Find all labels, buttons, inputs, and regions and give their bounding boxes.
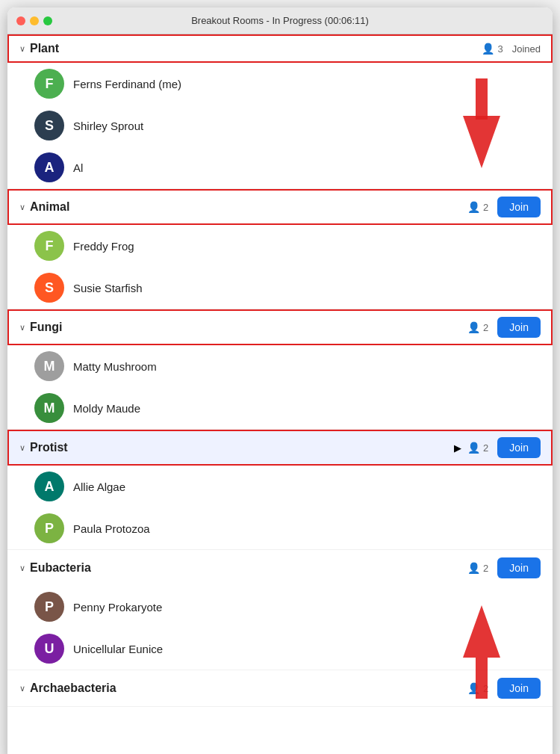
participant-row: AAllie Algae xyxy=(7,466,553,507)
join-button-animal[interactable]: Join xyxy=(497,197,541,217)
room-name-fungi: Fungi xyxy=(30,321,467,334)
avatar: M xyxy=(34,351,64,381)
avatar: A xyxy=(34,472,64,501)
room-group-eubacteria: ∨Eubacteria👤2JoinPPenny ProkaryoteUUnice… xyxy=(7,550,553,670)
traffic-lights xyxy=(16,16,52,25)
maximize-button[interactable] xyxy=(43,16,52,25)
avatar: M xyxy=(34,393,64,423)
join-button-protist[interactable]: Join xyxy=(497,437,541,458)
chevron-icon: ∨ xyxy=(19,684,25,693)
participant-row: UUnicellular Eunice xyxy=(7,628,553,670)
minimize-button[interactable] xyxy=(30,16,39,25)
avatar: P xyxy=(34,513,64,543)
room-group-archaebacteria: ∨Archaebacteria👤2Join xyxy=(7,670,553,707)
participant-row: PPaula Protozoa xyxy=(7,507,553,549)
participant-name: Paula Protozoa xyxy=(73,522,150,535)
room-group-plant: ∨Plant👤3JoinedFFerns Ferdinand (me)SShir… xyxy=(7,34,553,189)
room-name-archaebacteria: Archaebacteria xyxy=(30,682,467,695)
participant-name: Shirley Sprout xyxy=(73,120,143,132)
participant-row: SSusie Starfish xyxy=(7,267,553,309)
count-number: 2 xyxy=(483,202,488,213)
participant-name: Allie Algae xyxy=(73,480,125,493)
count-number: 2 xyxy=(483,442,488,454)
joined-label: Joined xyxy=(512,43,541,55)
participant-row: MMatty Mushroom xyxy=(7,345,553,387)
room-name-protist: Protist xyxy=(30,441,454,454)
participant-count-eubacteria: 👤2 xyxy=(467,562,488,574)
join-button-archaebacteria[interactable]: Join xyxy=(497,678,541,699)
title-bar: Breakout Rooms - In Progress (00:06:11) xyxy=(7,7,553,34)
person-icon: 👤 xyxy=(467,442,480,454)
person-icon: 👤 xyxy=(482,43,494,55)
participant-row: FFerns Ferdinand (me) xyxy=(7,63,553,105)
avatar: U xyxy=(34,634,64,664)
count-number: 2 xyxy=(483,683,488,694)
participant-name: Susie Starfish xyxy=(73,282,143,294)
participant-count-animal: 👤2 xyxy=(467,201,488,213)
room-name-animal: Animal xyxy=(30,200,467,214)
participant-count-archaebacteria: 👤2 xyxy=(467,682,488,694)
room-group-animal: ∨Animal👤2JoinFFreddy FrogSSusie Starfish xyxy=(7,189,553,309)
avatar: S xyxy=(34,111,64,140)
participant-name: Unicellular Eunice xyxy=(73,643,163,655)
count-number: 3 xyxy=(497,43,503,55)
count-number: 2 xyxy=(483,322,488,333)
person-icon: 👤 xyxy=(467,682,480,694)
chevron-icon: ∨ xyxy=(19,323,25,333)
avatar: F xyxy=(34,231,64,261)
person-icon: 👤 xyxy=(467,562,480,574)
chevron-icon: ∨ xyxy=(19,203,25,212)
person-icon: 👤 xyxy=(467,201,480,213)
room-header-fungi[interactable]: ∨Fungi👤2Join xyxy=(7,309,553,345)
mouse-cursor: ▶ xyxy=(454,442,461,454)
participant-row: SShirley Sprout xyxy=(7,105,553,146)
participant-row: MMoldy Maude xyxy=(7,387,553,429)
join-button-fungi[interactable]: Join xyxy=(497,317,541,338)
room-header-archaebacteria[interactable]: ∨Archaebacteria👤2Join xyxy=(7,670,553,706)
room-group-protist: ∨Protist▶👤2JoinAAllie AlgaePPaula Protoz… xyxy=(7,430,553,550)
breakout-rooms-window: Breakout Rooms - In Progress (00:06:11) … xyxy=(7,7,553,754)
avatar: A xyxy=(34,152,64,182)
participant-name: Penny Prokaryote xyxy=(73,601,162,614)
participant-count-plant: 👤3 xyxy=(482,43,503,55)
rooms-list: ∨Plant👤3JoinedFFerns Ferdinand (me)SShir… xyxy=(7,34,553,707)
participant-name: Al xyxy=(73,161,83,174)
room-header-plant[interactable]: ∨Plant👤3Joined xyxy=(7,34,553,63)
person-icon: 👤 xyxy=(467,321,480,333)
participant-count-protist: 👤2 xyxy=(467,442,488,454)
participant-name: Ferns Ferdinand (me) xyxy=(73,78,181,90)
chevron-icon: ∨ xyxy=(19,44,25,54)
participant-name: Matty Mushroom xyxy=(73,360,157,373)
room-header-eubacteria[interactable]: ∨Eubacteria👤2Join xyxy=(7,550,553,586)
count-number: 2 xyxy=(483,563,488,574)
room-header-protist[interactable]: ∨Protist▶👤2Join xyxy=(7,430,553,466)
participant-name: Moldy Maude xyxy=(73,402,140,415)
avatar: F xyxy=(34,69,64,99)
avatar: P xyxy=(34,592,64,622)
room-name-eubacteria: Eubacteria xyxy=(30,561,467,575)
room-group-fungi: ∨Fungi👤2JoinMMatty MushroomMMoldy Maude xyxy=(7,309,553,430)
participant-row: FFreddy Frog xyxy=(7,225,553,267)
chevron-icon: ∨ xyxy=(19,443,25,453)
room-header-animal[interactable]: ∨Animal👤2Join xyxy=(7,189,553,225)
room-name-plant: Plant xyxy=(30,42,482,55)
avatar: S xyxy=(34,273,64,303)
participant-row: AAl xyxy=(7,146,553,188)
participant-count-fungi: 👤2 xyxy=(467,321,488,333)
chevron-icon: ∨ xyxy=(19,563,25,573)
window-title: Breakout Rooms - In Progress (00:06:11) xyxy=(191,15,369,26)
participant-name: Freddy Frog xyxy=(73,240,134,253)
close-button[interactable] xyxy=(16,16,25,25)
join-button-eubacteria[interactable]: Join xyxy=(497,557,541,578)
participant-row: PPenny Prokaryote xyxy=(7,586,553,628)
